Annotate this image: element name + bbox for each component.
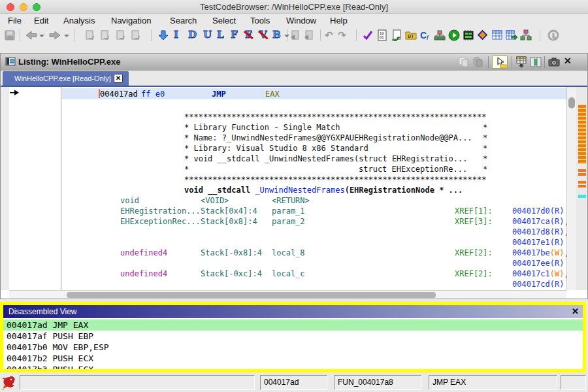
symbol-tree-icon[interactable] bbox=[434, 29, 446, 41]
listing-line[interactable]: undefined4Stack[-0xc]:4local_cXREF[2]:00… bbox=[1, 269, 587, 279]
page-arrow-icon-2[interactable] bbox=[99, 29, 111, 41]
c-function-icon[interactable]: Cf bbox=[419, 29, 431, 41]
validate-check-icon[interactable] bbox=[362, 29, 374, 41]
disasm-row[interactable]: 004017af PUSH EBP bbox=[3, 331, 583, 342]
page-arrow-icon-1[interactable] bbox=[84, 29, 96, 41]
snapshot-arrow-icon-2[interactable] bbox=[303, 29, 315, 41]
listing-line[interactable]: ****************************************… bbox=[1, 174, 587, 185]
letter-button-v-crossed[interactable]: V bbox=[259, 29, 267, 41]
menu-analysis[interactable]: Analysis bbox=[63, 16, 95, 25]
snapshot-arrow-icon-1[interactable] bbox=[289, 29, 301, 41]
back-dropdown-icon[interactable] bbox=[39, 35, 44, 37]
import-icon[interactable] bbox=[391, 29, 402, 41]
marker-stripe[interactable] bbox=[578, 148, 586, 151]
marker-stripe[interactable] bbox=[578, 129, 586, 131]
marker-stripe[interactable] bbox=[578, 169, 586, 172]
horizontal-scrollbar-thumb[interactable] bbox=[67, 292, 436, 298]
forward-dropdown-icon[interactable] bbox=[64, 35, 69, 37]
menu-search[interactable]: Search bbox=[170, 16, 197, 25]
listing-line[interactable]: void __stdcall _UnwindNestedFrames(EHReg… bbox=[1, 185, 587, 195]
marker-stripe[interactable] bbox=[578, 109, 586, 112]
listing-line[interactable]: * Name: ?_UnwindNestedFrames@@YGXPAUEHRe… bbox=[1, 133, 587, 143]
letters-dropdown-icon[interactable] bbox=[284, 35, 289, 37]
listing-line[interactable]: undefined4Stack[-0x8]:4local_8XREF[2]:00… bbox=[1, 248, 587, 258]
tab-close-icon[interactable]: ✕ bbox=[114, 74, 123, 83]
letter-button-i[interactable]: I bbox=[174, 29, 178, 41]
marker-stripe[interactable] bbox=[578, 121, 586, 123]
bookmark-diamond-icon[interactable] bbox=[477, 29, 489, 41]
listing-line[interactable]: 004017ee(R) bbox=[1, 258, 587, 269]
marker-stripe[interactable] bbox=[578, 105, 586, 108]
data-type-manager-icon[interactable]: DT bbox=[405, 29, 417, 41]
copy-icon[interactable] bbox=[458, 56, 470, 68]
snapshot-camera-icon[interactable] bbox=[548, 56, 560, 68]
listing-line[interactable]: ****************************************… bbox=[1, 112, 587, 122]
marker-stripe[interactable] bbox=[578, 137, 586, 139]
diff-icon[interactable] bbox=[530, 56, 542, 68]
back-arrow-icon[interactable] bbox=[25, 29, 38, 41]
listing-line[interactable]: void<VOID><RETURN> bbox=[1, 195, 587, 206]
vertical-scrollbar[interactable] bbox=[566, 87, 576, 290]
listing-line[interactable]: EHRegistration...Stack[0x4]:4param_1XREF… bbox=[1, 206, 587, 216]
menu-tools[interactable]: Tools bbox=[250, 16, 270, 25]
menu-navigation[interactable]: Navigation bbox=[111, 16, 151, 25]
letter-button-f-crossed[interactable]: F bbox=[245, 29, 252, 41]
menu-select[interactable]: Select bbox=[212, 16, 236, 25]
table-export-icon[interactable] bbox=[506, 29, 517, 41]
undo-icon[interactable]: ↶ bbox=[325, 29, 336, 41]
fields-icon[interactable] bbox=[515, 56, 527, 68]
listing-line[interactable]: * Library: Visual Studio 8 x86 Standard* bbox=[1, 143, 587, 154]
marker-stripe[interactable] bbox=[578, 181, 586, 184]
marker-stripe[interactable] bbox=[578, 185, 586, 188]
letter-button-u[interactable]: U bbox=[203, 29, 212, 41]
marker-stripe[interactable] bbox=[578, 140, 586, 143]
disassembled-view-body[interactable]: 004017ad JMP EAX004017af PUSH EBP004017b… bbox=[3, 318, 583, 369]
listing-line[interactable]: *struct EHExceptionRe...* bbox=[1, 164, 587, 174]
listing-line[interactable]: EHExceptionRec...Stack[0x8]:4param_2XREF… bbox=[1, 216, 587, 227]
page-arrow-icon-4[interactable] bbox=[130, 29, 142, 41]
table-icon[interactable] bbox=[491, 29, 503, 41]
letter-button-d[interactable]: D bbox=[188, 29, 197, 41]
disassembled-view-close-icon[interactable]: ✕ bbox=[572, 306, 579, 316]
horizontal-scrollbar[interactable] bbox=[9, 290, 566, 299]
disasm-row[interactable]: 004017b0 MOV EBP,ESP bbox=[3, 342, 583, 353]
listing-line[interactable]: 004017adff e0JMPEAX bbox=[1, 89, 587, 99]
redo-icon[interactable]: ↷ bbox=[338, 29, 350, 41]
disasm-row[interactable]: 004017ad JMP EAX bbox=[3, 319, 583, 331]
marker-stripe[interactable] bbox=[578, 113, 586, 116]
marker-stripe[interactable] bbox=[578, 173, 586, 176]
menu-edit[interactable]: Edit bbox=[34, 16, 48, 25]
marker-stripe[interactable] bbox=[578, 117, 586, 120]
console-icon[interactable] bbox=[547, 29, 561, 41]
listing-body[interactable]: 004017adff e0JMPEAX*********************… bbox=[1, 87, 587, 299]
memory-map-icon[interactable] bbox=[463, 29, 474, 41]
save-icon[interactable] bbox=[4, 29, 16, 41]
letter-button-b[interactable]: B bbox=[272, 29, 281, 41]
tab-winhellocpp[interactable]: WinHelloCPP.exe [Read-Only] ✕ bbox=[3, 71, 129, 86]
marker-stripe[interactable] bbox=[578, 160, 586, 163]
marker-stripe[interactable] bbox=[578, 133, 586, 135]
page-arrow-icon-3[interactable] bbox=[115, 29, 127, 41]
marker-stripe[interactable] bbox=[578, 152, 586, 155]
binary-view-icon[interactable]: 1001 bbox=[376, 29, 388, 41]
listing-line[interactable]: * Library Function - Single Match* bbox=[1, 122, 587, 133]
vertical-scrollbar-thumb[interactable] bbox=[568, 97, 575, 108]
marker-stripe[interactable] bbox=[578, 144, 586, 147]
forward-arrow-icon[interactable] bbox=[48, 29, 61, 41]
listing-line[interactable]: * void __stdcall _UnwindNestedFrames(str… bbox=[1, 154, 587, 164]
marker-stripe[interactable] bbox=[578, 156, 586, 159]
down-arrow-icon[interactable] bbox=[158, 29, 169, 41]
listing-line[interactable]: 004017d8(R), bbox=[1, 227, 587, 237]
letter-button-l[interactable]: L bbox=[217, 29, 224, 41]
paste-icon[interactable] bbox=[472, 56, 484, 68]
disasm-row[interactable]: 004017b2 PUSH ECX bbox=[3, 353, 583, 364]
disasm-row[interactable]: 004017b3 PUSH ECX bbox=[3, 364, 583, 369]
listing-close-icon[interactable]: ✕ bbox=[564, 56, 572, 66]
marker-stripe[interactable] bbox=[578, 125, 586, 127]
listing-line[interactable]: 004017cd(R) bbox=[1, 279, 587, 289]
listing-line[interactable]: 004017e1(R) bbox=[1, 237, 587, 248]
menu-window[interactable]: Window bbox=[286, 16, 316, 25]
cursor-toggle-icon[interactable] bbox=[492, 56, 508, 69]
menu-help[interactable]: Help bbox=[330, 16, 348, 25]
marker-margin[interactable] bbox=[576, 87, 587, 290]
